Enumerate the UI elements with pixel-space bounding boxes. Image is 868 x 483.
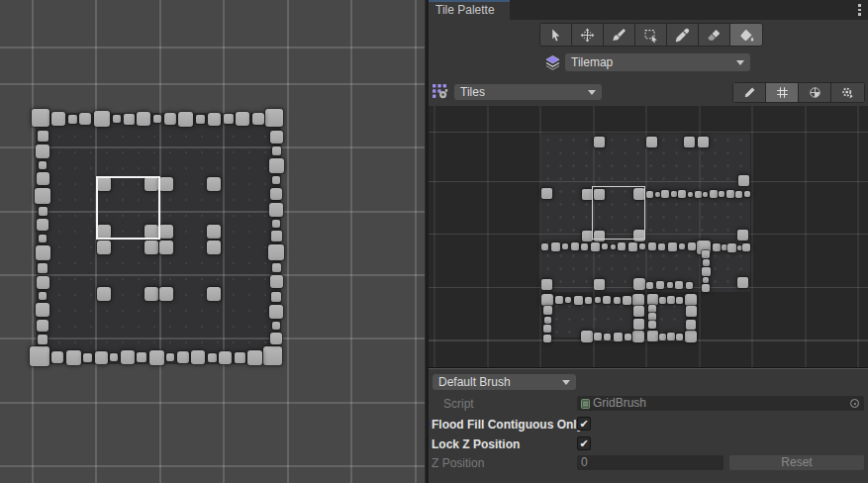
tile[interactable]: [632, 294, 644, 306]
tile[interactable]: [648, 305, 656, 313]
tile[interactable]: [166, 353, 174, 361]
tile[interactable]: [611, 244, 616, 249]
tile[interactable]: [727, 243, 736, 252]
tile[interactable]: [591, 242, 600, 251]
tile[interactable]: [703, 259, 710, 266]
tile[interactable]: [219, 351, 232, 364]
tile[interactable]: [39, 292, 47, 300]
tile[interactable]: [678, 190, 686, 198]
tile[interactable]: [686, 306, 697, 317]
tile[interactable]: [685, 331, 697, 342]
tile[interactable]: [265, 109, 283, 127]
tile[interactable]: [661, 190, 669, 198]
tile[interactable]: [268, 244, 284, 260]
tile[interactable]: [153, 115, 161, 123]
tile[interactable]: [602, 243, 608, 249]
tile[interactable]: [551, 242, 560, 251]
tile[interactable]: [686, 282, 693, 289]
tile[interactable]: [272, 263, 281, 272]
tool-fill-button[interactable]: [730, 24, 762, 46]
tile[interactable]: [625, 334, 631, 340]
tile[interactable]: [37, 172, 49, 185]
tile[interactable]: [36, 303, 49, 317]
tile[interactable]: [735, 191, 742, 198]
object-picker-icon[interactable]: [850, 399, 859, 408]
tile[interactable]: [272, 322, 280, 330]
tile[interactable]: [581, 331, 593, 342]
tile[interactable]: [236, 112, 249, 126]
tile[interactable]: [79, 113, 91, 125]
tile[interactable]: [713, 243, 721, 251]
tile[interactable]: [676, 297, 683, 304]
tile[interactable]: [39, 161, 47, 169]
tile[interactable]: [159, 225, 173, 239]
tile[interactable]: [149, 350, 164, 365]
tool-box-fill-button[interactable]: [635, 24, 667, 46]
tile[interactable]: [604, 334, 611, 340]
tile[interactable]: [702, 284, 710, 292]
tile[interactable]: [656, 281, 664, 289]
tile[interactable]: [555, 296, 563, 304]
tile[interactable]: [145, 287, 158, 301]
tile[interactable]: [726, 190, 734, 198]
tile[interactable]: [633, 278, 645, 290]
tile[interactable]: [744, 191, 750, 197]
tile[interactable]: [95, 351, 108, 364]
tile[interactable]: [51, 112, 65, 126]
tile[interactable]: [623, 296, 631, 305]
tile[interactable]: [702, 267, 711, 276]
tile[interactable]: [113, 115, 121, 123]
tab-tile-palette[interactable]: Tile Palette: [429, 0, 510, 20]
tile[interactable]: [614, 333, 623, 341]
tile[interactable]: [271, 292, 281, 302]
tile[interactable]: [38, 335, 48, 344]
palette-grid-view[interactable]: [429, 106, 868, 368]
tile[interactable]: [224, 114, 234, 124]
tile[interactable]: [196, 115, 205, 124]
tile[interactable]: [618, 242, 626, 250]
tile[interactable]: [541, 294, 553, 306]
tile[interactable]: [178, 112, 193, 127]
palette-settings-button[interactable]: [831, 83, 864, 102]
tile[interactable]: [191, 350, 205, 364]
grid-toggle-button[interactable]: [766, 83, 799, 102]
tile[interactable]: [207, 241, 221, 254]
palette-dropdown[interactable]: Tiles: [454, 84, 602, 100]
tile[interactable]: [270, 188, 282, 200]
tile[interactable]: [272, 146, 281, 155]
tile[interactable]: [686, 320, 696, 330]
tile[interactable]: [703, 192, 708, 197]
tile[interactable]: [742, 243, 750, 251]
gizmos-button[interactable]: [799, 83, 831, 102]
tile[interactable]: [667, 333, 675, 340]
tile[interactable]: [159, 287, 173, 301]
tile[interactable]: [667, 296, 675, 304]
tile[interactable]: [565, 297, 571, 303]
tool-eraser-button[interactable]: [699, 24, 730, 46]
tile[interactable]: [688, 242, 696, 250]
tile[interactable]: [648, 321, 656, 329]
tile[interactable]: [272, 176, 280, 184]
tile[interactable]: [710, 190, 718, 198]
tile[interactable]: [668, 242, 677, 251]
tile[interactable]: [68, 115, 77, 124]
tile[interactable]: [543, 306, 552, 315]
tile[interactable]: [646, 191, 653, 198]
tile[interactable]: [235, 352, 245, 363]
tile[interactable]: [39, 207, 48, 216]
tile[interactable]: [83, 353, 92, 362]
tile[interactable]: [633, 319, 644, 330]
tile[interactable]: [695, 191, 702, 198]
tile[interactable]: [208, 353, 217, 362]
tile[interactable]: [270, 275, 283, 288]
tile[interactable]: [252, 113, 264, 125]
tile[interactable]: [737, 230, 748, 241]
tile[interactable]: [571, 242, 579, 250]
active-tilemap-dropdown[interactable]: Tilemap: [565, 53, 750, 71]
tile[interactable]: [207, 177, 221, 191]
tile[interactable]: [658, 243, 665, 250]
tile[interactable]: [639, 243, 645, 249]
tile[interactable]: [38, 131, 48, 142]
lock-z-checkbox[interactable]: ✔: [577, 436, 591, 450]
tile[interactable]: [207, 225, 221, 239]
